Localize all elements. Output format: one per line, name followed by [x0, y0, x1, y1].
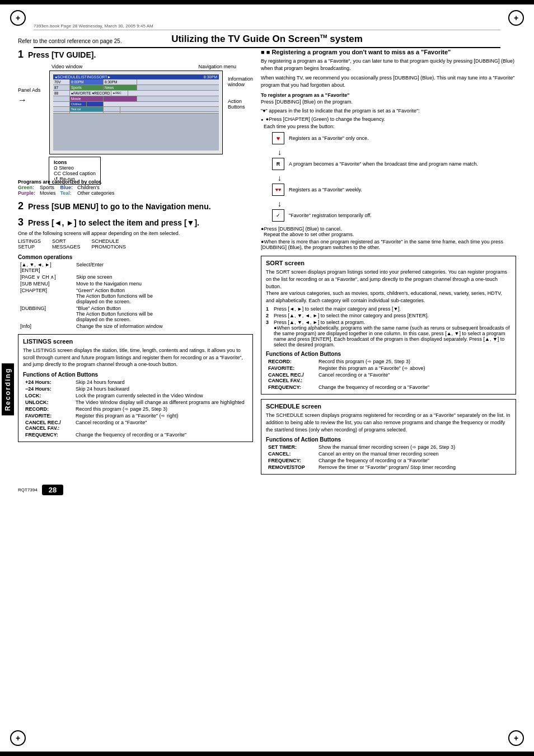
ops-row-1: [▲, ▼, ◄, ►][ENTER] Select/Enter: [18, 261, 253, 274]
list-func-val-8: Change the frequency of recording or a "…: [73, 431, 248, 438]
listings-screen-box: LISTINGS screen The LISTINGS screen disp…: [18, 334, 253, 442]
diagram-with-labels: Panel Ads → ●SCHEDULELISTINGSSORT► 8:30P…: [18, 71, 253, 154]
promotions-item: PROMOTIONS: [92, 244, 127, 250]
sort-item: SORT: [52, 238, 81, 244]
sort-func-title: Functions of Action Buttons: [266, 351, 511, 357]
sort-func-table: RECORD: Record this program (➾ page 25, …: [266, 358, 511, 391]
sort-func-val-2: Register this program as a "Favorite" (➾…: [316, 365, 511, 372]
fav-icon-2: R: [272, 158, 284, 170]
reference-line: Refer to the control reference on page 2…: [18, 38, 516, 44]
page-number: 28: [42, 485, 63, 495]
register-title: To register a program as a "Favorite": [261, 92, 516, 98]
fav-text-3: Registers as a "Favorite" weekly.: [289, 187, 362, 192]
icons-title: Icons: [54, 159, 96, 165]
list-func-val-4: The Video Window display will change as …: [73, 399, 248, 406]
arrow-1: ↓: [278, 148, 516, 157]
sched-func-row-4: REMOVE/STOP Remove the timer or "Favorit…: [266, 464, 511, 471]
list-func-val-1: Skip 24 hours forward: [73, 379, 248, 386]
step3-header: 3 Press [◄, ►] to select the item and pr…: [18, 217, 253, 228]
icon-rerun: ↺ Re-run: [54, 176, 96, 182]
list-func-row-5: RECORD: Record this program (➾ page 25, …: [23, 406, 248, 412]
teal-label: Teal:: [60, 190, 78, 196]
fav-level-4: ✓ "Favorite" registration temporarily of…: [272, 209, 516, 222]
page-footer: RQT7394 28: [18, 485, 516, 495]
ops-val-4: "Green" Action ButtonThe Action Button f…: [74, 287, 253, 305]
sort-step-1: 1 Press [◄, ►] to select the major categ…: [266, 306, 511, 312]
sort-func-key-1: RECORD:: [266, 358, 316, 365]
ops-val-5: "Blue" Action ButtonThe Action Button fu…: [74, 305, 253, 323]
list-func-row-3: LOCK: Lock the program currently selecte…: [23, 392, 248, 399]
screen-row-7: [53, 112, 219, 114]
screen-inner: ●SCHEDULELISTINGSSORT► 8:30PM 70V 8:00PM…: [53, 74, 219, 151]
cancel-note: ●Press [DUBBING] (Blue) to cancel. Repea…: [261, 226, 516, 237]
right-column: ■ Registering a program you don't want t…: [261, 49, 516, 479]
sort-step-2: 2 Press [▲, ▼, ◄, ►] to select the minor…: [266, 313, 511, 318]
icon-cc: CC Closed caption: [54, 171, 96, 176]
rqt-label: RQT7394: [18, 487, 38, 492]
ops-row-3: [SUB MENU] Move to the Navigation menu: [18, 280, 253, 287]
sort-steps: 1 Press [◄, ►] to select the major categ…: [266, 306, 511, 348]
screen-row-6: Teal cat: [53, 107, 219, 112]
list-func-row-2: −24 Hours: Skip 24 hours backward: [23, 386, 248, 392]
schedule-item: SCHEDULE: [92, 238, 127, 244]
sort-func-row-2: FAVORITE: Register this program as a "Fa…: [266, 365, 511, 372]
step3-block: 3 Press [◄, ►] to select the item and pr…: [18, 217, 253, 250]
screen-top-bar: ●SCHEDULELISTINGSSORT► 8:30PM: [53, 74, 219, 79]
listings-screen-title: LISTINGS screen: [23, 338, 248, 345]
register-body: Press [DUBBING] (Blue) on the program.: [261, 99, 516, 105]
list-func-key-8: FREQUENCY:: [23, 431, 73, 438]
fav-level-1: ♥ Registers as a "Favorite" only once.: [272, 132, 516, 144]
arrow-2: ↓: [278, 173, 516, 182]
sort-func-val-3: Cancel recording or a "Favorite": [316, 372, 511, 384]
sched-func-row-2: CANCEL: Cancel an entry on the manual ti…: [266, 450, 511, 457]
ops-row-2: [PAGE ∨ CH ∧] Skip one screen: [18, 274, 253, 280]
ops-row-4: [CHAPTER] "Green" Action ButtonThe Actio…: [18, 287, 253, 305]
heart-appears: "♥" appears in the list to indicate that…: [261, 108, 516, 114]
fav-level-3: ♥♥ Registers as a "Favorite" weekly.: [272, 184, 516, 196]
diagram-top-labels: Video window Navigation menu: [18, 64, 253, 71]
screen-row-3: 88 ●FAVORITE ♥RECORD ►REC: [53, 91, 219, 96]
fav-icon-3: ♥♥: [272, 184, 284, 196]
step2-block: 2 Press [SUB MENU] to go to the Navigati…: [18, 200, 253, 212]
multiple-note: ●When there is more than one program reg…: [261, 239, 516, 250]
schedule-func-title: Functions of Action Buttons: [266, 436, 511, 443]
sched-func-val-1: Show the manual timer recording screen (…: [316, 444, 511, 450]
ops-row-5: [DUBBING] "Blue" Action ButtonThe Action…: [18, 305, 253, 323]
step2-header: 2 Press [SUB MENU] to go to the Navigati…: [18, 200, 253, 212]
schedule-screen-box: SCHEDULE screen The SCHEDULE screen disp…: [261, 399, 516, 475]
sidebar-label: Recording: [0, 56, 16, 722]
messages-item: MESSAGES: [52, 244, 81, 250]
list-func-val-3: Lock the program currently selected in t…: [73, 392, 248, 399]
icon-stereo: Ω Stereo: [54, 165, 96, 171]
screen-row-1: 70V 8:00PM 8:30PM: [53, 79, 219, 85]
ops-key-3: [SUB MENU]: [18, 280, 74, 287]
schedule-screen-body: The SCHEDULE screen displays programs re…: [266, 412, 511, 433]
screen-items: LISTINGS SETUP SORT MESSAGES SCHEDULE PR…: [18, 238, 253, 250]
schedule-func-table: SET TIMER: Show the manual timer recordi…: [266, 444, 511, 471]
fav-icon-4: ✓: [272, 209, 284, 222]
setup-item: SETUP: [18, 244, 41, 250]
ops-key-4: [CHAPTER]: [18, 287, 74, 305]
favorites-body2: When watching TV, we recommend you occas…: [261, 74, 516, 89]
sched-func-key-1: SET TIMER:: [266, 444, 316, 450]
ops-key-5: [DUBBING]: [18, 305, 74, 323]
favorites-body1: By registering a program as a "Favorite"…: [261, 58, 516, 72]
press-chapter-note: ●Press [CHAPTER] (Green) to change the f…: [261, 116, 516, 130]
list-func-key-7: CANCEL REC./CANCEL FAV.:: [23, 419, 73, 431]
sort-func-key-3: CANCEL REC./CANCEL FAV.:: [266, 372, 316, 384]
sort-func-key-4: FREQUENCY:: [266, 384, 316, 391]
fav-icon-1: ♥: [272, 132, 284, 144]
list-func-key-1: +24 Hours:: [23, 379, 73, 386]
sort-screen-body: The SORT screen displays program listing…: [266, 269, 511, 304]
listings-func-table: +24 Hours: Skip 24 hours forward −24 Hou…: [23, 379, 248, 438]
sort-screen-title: SORT screen: [266, 260, 511, 266]
sched-func-val-2: Cancel an entry on the manual timer reco…: [316, 450, 511, 457]
corner-mark-tl: [10, 10, 26, 26]
ops-row-6: [Info] Change the size of information wi…: [18, 323, 253, 330]
list-func-val-2: Skip 24 hours backward: [73, 386, 248, 392]
right-diagram-labels: Information window Action Buttons: [223, 71, 253, 110]
step3-body: One of the following screens will appear…: [18, 231, 253, 236]
sort-func-key-2: FAVORITE:: [266, 365, 316, 372]
purple-label: Purple:: [18, 190, 40, 196]
list-func-key-2: −24 Hours:: [23, 386, 73, 392]
